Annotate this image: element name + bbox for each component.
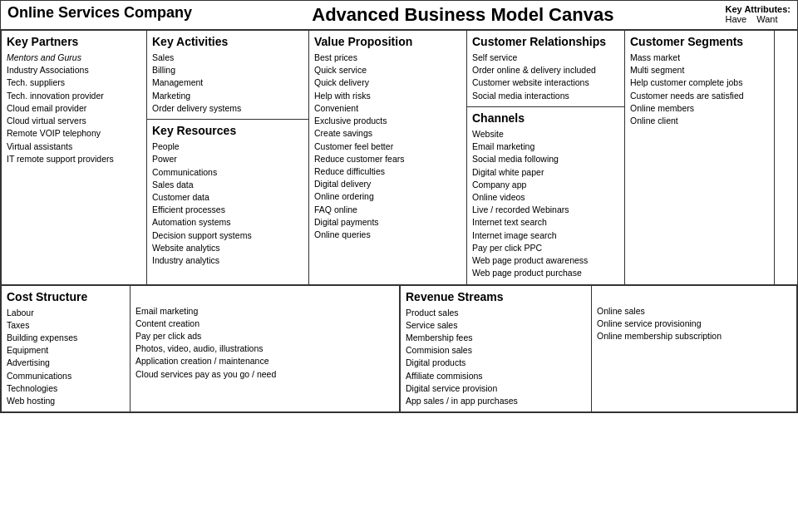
customer-segments-list: Mass market Multi segment Help customer … (630, 52, 769, 127)
cost-structure-right-list: Email marketing Content creation Pay per… (135, 305, 394, 381)
channels-list: Website Email marketing Social media fol… (472, 128, 619, 280)
revenue-streams-section: Revenue Streams Product sales Service sa… (401, 286, 797, 413)
revenue-streams-right-list: Online sales Online service provisioning… (597, 305, 791, 343)
list-item: Pay per click ads (135, 330, 394, 342)
list-item: Online videos (472, 191, 619, 204)
list-item: Live / recorded Webinars (472, 204, 619, 216)
list-item: Web page product purchase (472, 267, 619, 279)
list-item: Email marketing (472, 140, 619, 153)
key-activities-list: Sales Billing Management Marketing Order… (152, 52, 303, 115)
list-item: Industry Associations (7, 64, 141, 76)
list-item: Management (152, 76, 303, 89)
key-activities-section: Key Activities Sales Billing Management … (147, 31, 308, 120)
cost-structure-inner: Cost Structure Labour Taxes Building exp… (2, 286, 399, 412)
list-item: Tech. suppliers (7, 76, 141, 89)
customer-segments-col: Customer Segments Mass market Multi segm… (625, 31, 775, 284)
list-item: Membership fees (406, 332, 586, 344)
list-item: Help customer complete jobs (630, 76, 769, 89)
list-item: Labour (7, 307, 125, 319)
have-label: Have (726, 14, 747, 24)
list-item: Best prices (314, 52, 461, 64)
list-item: Content creation (135, 318, 394, 330)
list-item: Digital payments (314, 216, 461, 229)
list-item: App sales / in app purchases (406, 395, 586, 407)
list-item: Marketing (152, 90, 303, 102)
list-item: Online members (630, 102, 769, 115)
list-item: Online sales (597, 305, 791, 318)
list-item: Self service (472, 52, 619, 64)
list-item: Website (472, 128, 619, 140)
list-item: Web page product awareness (472, 254, 619, 267)
cost-structure-left-list: Labour Taxes Building expenses Equipment… (7, 307, 125, 408)
list-item: Exclusive products (314, 115, 461, 127)
list-item: Sales data (152, 179, 303, 191)
list-item: Building expenses (7, 332, 125, 344)
list-item: Online ordering (314, 190, 461, 203)
key-resources-title: Key Resources (152, 124, 303, 137)
list-item: Communications (152, 166, 303, 179)
list-item: Website analytics (152, 242, 303, 254)
list-item: Order online & delivery included (472, 64, 619, 76)
list-item: IT remote support providers (7, 153, 141, 165)
list-item: Decision support systems (152, 229, 303, 242)
customer-relationships-title: Customer Relationships (472, 35, 619, 48)
cost-structure-right: Email marketing Content creation Pay per… (131, 286, 399, 412)
main-body: Key Partners Mentors and Gurus Industry … (1, 31, 797, 284)
key-resources-section: Key Resources People Power Communication… (147, 120, 308, 271)
list-item: Online service provisioning (597, 318, 791, 330)
list-item: Power (152, 153, 303, 165)
cr-channels-col: Customer Relationships Self service Orde… (467, 31, 625, 284)
list-item: Convenient (314, 102, 461, 115)
customer-segments-title: Customer Segments (630, 35, 769, 48)
list-item: FAQ online (314, 204, 461, 216)
list-item: Company app (472, 179, 619, 191)
list-item: Industry analytics (152, 254, 303, 267)
list-item: Service sales (406, 319, 586, 332)
list-item: Email marketing (135, 305, 394, 318)
key-partners-list: Mentors and Gurus Industry Associations … (7, 52, 141, 165)
channels-title: Channels (472, 111, 619, 125)
list-item: Taxes (7, 319, 125, 332)
bottom-section: Cost Structure Labour Taxes Building exp… (1, 284, 797, 413)
customer-relationships-section: Customer Relationships Self service Orde… (467, 31, 624, 107)
list-item: Cloud email provider (7, 102, 141, 115)
activities-resources-col: Key Activities Sales Billing Management … (147, 31, 309, 284)
list-item: Application creation / maintenance (135, 355, 394, 367)
list-item: Technologies (7, 382, 125, 395)
revenue-streams-title: Revenue Streams (406, 290, 586, 303)
customer-relationships-list: Self service Order online & delivery inc… (472, 52, 619, 102)
revenue-streams-inner: Revenue Streams Product sales Service sa… (401, 286, 796, 412)
list-item: Create savings (314, 127, 461, 140)
list-item: Photos, video, audio, illustrations (135, 342, 394, 355)
cost-structure-section: Cost Structure Labour Taxes Building exp… (2, 286, 401, 413)
list-item: Communications (7, 370, 125, 382)
key-attributes: Key Attributes: Have Want (726, 4, 791, 24)
list-item: Billing (152, 64, 303, 76)
key-partners-col: Key Partners Mentors and Gurus Industry … (2, 31, 147, 284)
cost-structure-title: Cost Structure (7, 290, 125, 303)
revenue-streams-right: Online sales Online service provisioning… (592, 286, 796, 412)
page-title: Advanced Business Model Canvas (209, 4, 717, 26)
company-name: Online Services Company (7, 4, 192, 22)
list-item: Quick delivery (314, 76, 461, 89)
cost-structure-left: Cost Structure Labour Taxes Building exp… (2, 286, 131, 412)
list-item: People (152, 140, 303, 153)
list-item: Equipment (7, 344, 125, 357)
list-item: Social media following (472, 153, 619, 165)
value-proposition-title: Value Proposition (314, 35, 461, 48)
want-label: Want (756, 14, 777, 24)
list-item: Social media interactions (472, 90, 619, 102)
list-item: Product sales (406, 307, 586, 319)
revenue-streams-left-list: Product sales Service sales Membership f… (406, 307, 586, 408)
list-item: Customer feel better (314, 140, 461, 153)
list-item: Cloud services pay as you go / need (135, 368, 394, 381)
list-item: Pay per click PPC (472, 242, 619, 254)
list-item: Mentors and Gurus (7, 52, 141, 64)
list-item: Sales (152, 52, 303, 64)
list-item: Quick service (314, 64, 461, 76)
header: Online Services Company Advanced Busines… (1, 1, 797, 31)
list-item: Internet text search (472, 216, 619, 229)
value-proposition-list: Best prices Quick service Quick delivery… (314, 52, 461, 241)
list-item: Affiliate commisions (406, 370, 586, 382)
key-resources-list: People Power Communications Sales data C… (152, 140, 303, 267)
